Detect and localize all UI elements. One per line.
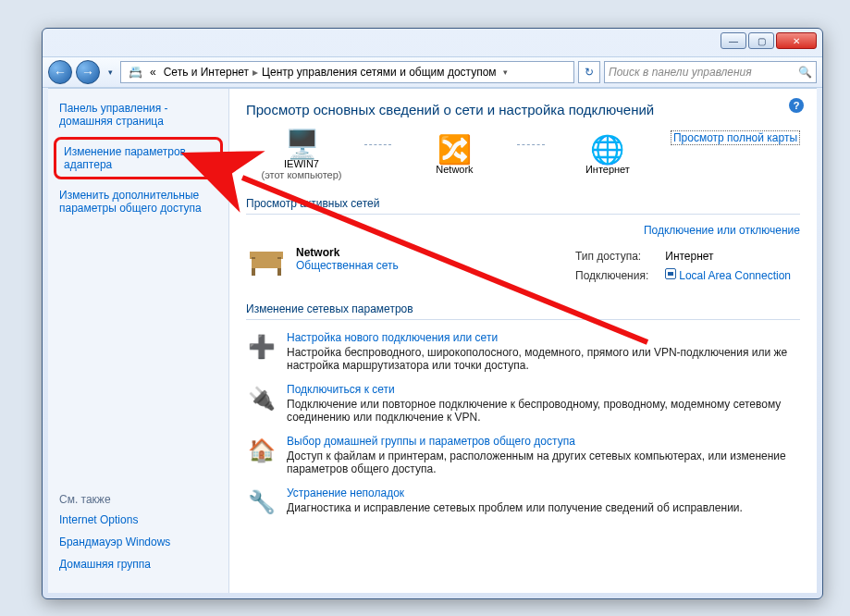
recent-pages-dropdown[interactable]: ▾	[104, 64, 117, 80]
titlebar: — ▢ ✕	[43, 29, 822, 56]
connect-disconnect-link[interactable]: Подключение или отключение	[644, 224, 800, 237]
task-new-connection-desc: Настройка беспроводного, широкополосного…	[287, 346, 800, 372]
sidebar-home-link[interactable]: Панель управления - домашняя страница	[59, 102, 217, 128]
map-pc-sub: (этот компьютер)	[261, 169, 341, 180]
breadcrumb-dropdown[interactable]: ▾	[500, 68, 511, 77]
troubleshoot-icon: 🔧	[246, 487, 277, 518]
connect-network-icon: 🔌	[246, 383, 277, 414]
connection-link[interactable]: Local Area Connection	[658, 266, 798, 284]
sidebar: Панель управления - домашняя страница Из…	[48, 89, 229, 593]
page-title: Просмотр основных сведений о сети и наст…	[246, 102, 800, 117]
bench-icon	[246, 246, 287, 276]
navbar: ← → ▾ 📇 « Сеть и Интернет ▸ Центр управл…	[43, 56, 822, 88]
minimize-button[interactable]: —	[721, 32, 746, 49]
breadcrumb-icon: 📇	[125, 66, 146, 79]
task-homegroup-link[interactable]: Выбор домашней группы и параметров общег…	[287, 435, 800, 448]
map-this-pc: 🖥️ IEWIN7 (этот компьютер)	[246, 130, 357, 180]
new-connection-icon: ➕	[246, 331, 277, 363]
change-settings-heading: Изменение сетевых параметров	[246, 302, 800, 315]
search-icon: 🔍	[798, 66, 812, 79]
network-name: Network	[296, 246, 399, 259]
task-new-connection-link[interactable]: Настройка нового подключения или сети	[287, 331, 800, 344]
breadcrumb-prefix: «	[146, 66, 160, 79]
task-new-connection: ➕ Настройка нового подключения или сети …	[246, 331, 800, 372]
help-icon[interactable]: ?	[789, 98, 804, 113]
address-bar[interactable]: 📇 « Сеть и Интернет ▸ Центр управления с…	[120, 61, 574, 83]
window-frame: — ▢ ✕ ← → ▾ 📇 « Сеть и Интернет ▸ Центр …	[42, 28, 823, 599]
computer-icon: 🖥️	[285, 130, 319, 158]
globe-icon: 🌐	[590, 136, 624, 164]
task-troubleshoot: 🔧 Устранение неполадок Диагностика и исп…	[246, 487, 800, 518]
map-internet: 🌐 Интернет	[552, 136, 663, 175]
active-networks-heading: Просмотр активных сетей	[246, 197, 800, 210]
divider	[246, 319, 800, 320]
sidebar-internet-options-link[interactable]: Internet Options	[59, 513, 217, 526]
connections-label: Подключения:	[568, 266, 656, 284]
back-button[interactable]: ←	[48, 60, 72, 84]
connection-details: Тип доступа: Интернет Подключения: Local…	[566, 246, 800, 286]
task-troubleshoot-link[interactable]: Устранение неполадок	[287, 487, 800, 499]
sidebar-adapter-settings-link[interactable]: Изменение параметров адаптера	[54, 137, 223, 179]
task-homegroup-desc: Доступ к файлам и принтерам, расположенн…	[287, 450, 800, 475]
search-placeholder: Поиск в панели управления	[609, 66, 752, 79]
network-map: 🖥️ IEWIN7 (этот компьютер) 🔀 Network 🌐 И…	[246, 130, 800, 180]
task-troubleshoot-desc: Диагностика и исправление сетевых пробле…	[287, 501, 800, 514]
map-internet-name: Интернет	[585, 164, 630, 175]
search-input[interactable]: Поиск в панели управления 🔍	[604, 61, 817, 83]
task-homegroup: 🏠 Выбор домашней группы и параметров общ…	[246, 435, 800, 475]
map-connector	[517, 144, 544, 145]
access-type-value: Интернет	[658, 248, 798, 265]
refresh-button[interactable]: ↻	[578, 61, 600, 83]
sidebar-advanced-sharing-link[interactable]: Изменить дополнительные параметры общего…	[59, 189, 217, 215]
forward-button[interactable]: →	[76, 60, 100, 84]
view-full-map-link[interactable]: Просмотр полной карты	[671, 130, 800, 145]
homegroup-icon: 🏠	[246, 435, 277, 466]
task-connect-network-desc: Подключение или повторное подключение к …	[287, 398, 800, 424]
map-pc-name: IEWIN7	[284, 158, 319, 169]
access-type-label: Тип доступа:	[568, 248, 656, 265]
map-connector	[364, 144, 391, 145]
breadcrumb-sharing-center[interactable]: Центр управления сетями и общим доступом	[258, 66, 500, 79]
sidebar-see-also-heading: См. также	[59, 493, 217, 506]
map-network-name: Network	[436, 164, 473, 175]
map-network: 🔀 Network	[399, 136, 510, 175]
divider	[246, 214, 800, 215]
close-button[interactable]: ✕	[776, 32, 817, 49]
task-connect-network: 🔌 Подключиться к сети Подключение или по…	[246, 383, 800, 424]
connect-disconnect-row: Подключение или отключение	[246, 224, 800, 237]
ethernet-icon	[665, 268, 676, 279]
network-info: Network Общественная сеть	[296, 246, 399, 286]
network-icon: 🔀	[437, 136, 472, 164]
breadcrumb-network[interactable]: Сеть и Интернет	[160, 66, 253, 79]
task-connect-network-link[interactable]: Подключиться к сети	[287, 383, 800, 396]
window-body: Панель управления - домашняя страница Из…	[48, 88, 817, 593]
network-type-link[interactable]: Общественная сеть	[296, 259, 399, 272]
sidebar-firewall-link[interactable]: Брандмауэр Windows	[59, 536, 217, 548]
sidebar-homegroup-link[interactable]: Домашняя группа	[59, 558, 217, 571]
content-pane: ? Просмотр основных сведений о сети и на…	[229, 89, 817, 593]
active-network-block: Network Общественная сеть Тип доступа: И…	[246, 246, 800, 286]
maximize-button[interactable]: ▢	[748, 32, 774, 49]
